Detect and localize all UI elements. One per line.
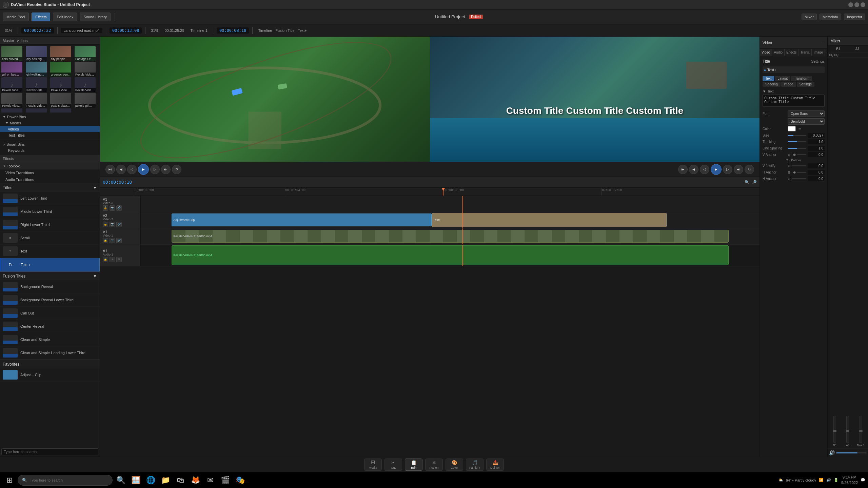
toolbar2-zoom2[interactable]: 31% [149,28,160,33]
go-end-button[interactable]: ⏭ [161,165,171,174]
taskbar-explorer[interactable]: 📁 [159,473,172,487]
nav-fusion[interactable]: ⚛Fusion [425,459,443,471]
fusion-title-clean-simple-heading[interactable]: Clean and Simple Heading Lower Third [0,346,100,360]
v3-content[interactable] [141,196,760,212]
insp-sub-transform[interactable]: Transform [791,76,812,81]
thumb-music4[interactable]: ♪ Pexels Vide... [75,77,96,92]
color-picker-btn[interactable]: ✏ [798,127,801,131]
insp-sub-text[interactable]: Text [763,76,774,81]
test-titles-bin[interactable]: Test Titles [0,132,100,138]
master-bin-header[interactable]: ▼ Master [0,120,100,126]
fader-a1-track[interactable] [846,416,849,443]
thumb-pexels5[interactable]: pexels-girl... [75,93,96,108]
title-item-scroll[interactable]: ≡ Scroll [0,231,100,245]
rt-go-start[interactable]: ⏮ [678,165,688,174]
insp-sub-layout[interactable]: Layout [775,76,790,81]
v2-link[interactable]: 🔗 [116,222,122,227]
tracking-slider[interactable] [788,141,806,142]
fusion-title-bg-reveal[interactable]: Background Reveal [0,280,100,293]
go-start-button[interactable]: ⏮ [105,165,115,174]
power-bins-header[interactable]: ▼ Power Bins [0,114,100,120]
timeline-zoom-out[interactable]: 🔎 [752,180,757,184]
videos-bin[interactable]: videos [0,126,100,132]
taskbar-resolve[interactable]: 🎬 [218,473,232,487]
play-back-button[interactable]: ◁ [127,165,137,174]
rt-go-end[interactable]: ⏭ [734,165,743,174]
v-justify-icon[interactable]: ⊕ [788,164,790,168]
thumb-music2[interactable]: ♪ Pexels Vide... [26,77,47,92]
thumb-music3[interactable]: ♪ Pexels Vide... [50,77,71,92]
insp-tab-image[interactable]: Image [812,49,825,56]
toolbar2-timecode4[interactable]: 00:00:08:18 [217,27,249,34]
insp-tab-audio[interactable]: Audio [772,49,785,56]
close-button[interactable] [861,2,865,7]
fusion-title-clean-simple[interactable]: Clean and Simple [0,333,100,346]
thumb-city-ads[interactable]: city ads nig... [26,46,47,61]
nav-deliver[interactable]: 📤Deliver [486,459,504,471]
insp-sub-shading[interactable]: Shading [763,82,781,87]
inspector-button[interactable]: Inspector [844,14,865,20]
insp-tab-effects[interactable]: Effects [785,49,798,56]
text-plus-clip[interactable]: Text+ [432,213,667,227]
taskbar-mail[interactable]: ✉ [203,473,217,487]
title-item-right-lower-third[interactable]: Right Lower Third [0,218,100,231]
nav-color[interactable]: 🎨Color [446,459,463,471]
rt-play-back[interactable]: ◁ [700,165,709,174]
step-back-button[interactable]: ◀ [116,165,126,174]
a1-s[interactable]: S [110,257,115,262]
v1-content[interactable]: Pexels Videos 2169885.mp4 [141,228,760,244]
nav-cut[interactable]: ✂Cut [384,459,402,471]
h-anchor2-icon[interactable]: ⊕ [788,177,790,181]
taskbar-task-view[interactable]: 🪟 [129,473,142,487]
toolbar2-timecode1[interactable]: 00:00:27:22 [21,27,54,34]
rt-step-fwd[interactable]: ▷ [723,165,732,174]
maximize-button[interactable] [854,2,859,7]
toolbar2-zoom[interactable]: 31% [3,28,14,33]
insp-sub-settings[interactable]: Settings [797,82,814,87]
taskbar-search-input[interactable] [30,478,108,482]
thumb-pexels1[interactable]: Pexels Vide... [75,62,96,77]
v3-link[interactable]: 🔗 [116,205,122,211]
fader-b1-thumb[interactable] [833,430,836,432]
video-transitions-item[interactable]: Video Transitions [0,169,100,176]
toolbar2-timeline[interactable]: Timeline 1 [189,28,210,33]
v3-cam[interactable]: 📷 [110,205,115,211]
audio-transitions-item[interactable]: Audio Transitions [0,176,100,183]
nav-edit[interactable]: 📋Edit [405,459,422,471]
v-justify-slider[interactable] [792,165,806,166]
h-anchor2-slider[interactable] [792,178,806,179]
text-input-field[interactable] [763,95,825,107]
insp-tab-transition[interactable]: Trans. [798,49,812,56]
media-pool-button[interactable]: Media Pool [3,13,29,21]
effects-search-input[interactable] [1,448,98,455]
smart-bins-header[interactable]: ▷ Smart Bins [0,141,100,147]
taskbar-firefox[interactable]: 🦊 [189,473,202,487]
v-anchor-btn1[interactable]: ⊕ [788,153,790,157]
v1-lock[interactable]: 🔒 [103,238,108,243]
taskbar-search-box[interactable]: 🔍 [18,475,113,486]
rt-loop[interactable]: ↻ [745,165,754,174]
title-settings-btn[interactable]: Settings [811,59,825,63]
minimize-button[interactable] [848,2,853,7]
line-spacing-slider[interactable] [788,148,806,149]
title-item-left-lower-third[interactable]: Left Lower Third [0,192,100,205]
titles-collapse-btn[interactable]: ▼ [93,185,97,190]
thumb-girl-walking[interactable]: girl walking... [26,62,47,77]
v-anchor-slider[interactable] [797,154,806,155]
preview-left[interactable] [100,37,430,162]
thumb-greenscreen[interactable]: greenscreen... [50,62,71,77]
thumb-pexels2[interactable]: Pexels Vide... [1,93,22,108]
thumb-music1[interactable]: ♪ Pexels Vide... [1,77,22,92]
insp-tab-video[interactable]: Video [760,49,772,56]
adjustment-clip[interactable]: Adjustment Clip [172,214,432,226]
v1-link[interactable]: 🔗 [116,238,122,243]
a1-lock[interactable]: 🔒 [103,257,108,262]
thumb-cars-curved[interactable]: cars curved... [1,46,22,61]
thumb-pexels4[interactable]: pexels-elast... [50,93,71,108]
a1-m[interactable]: M [116,257,122,262]
keywords-bin[interactable]: Keywords [0,147,100,154]
v2-lock[interactable]: 🔒 [103,222,108,227]
thumb-footage[interactable]: Footage Of... [75,46,96,61]
color-swatch[interactable] [788,126,796,131]
a1-content[interactable]: Pexels Videos 2169885.mp4 [141,245,760,266]
